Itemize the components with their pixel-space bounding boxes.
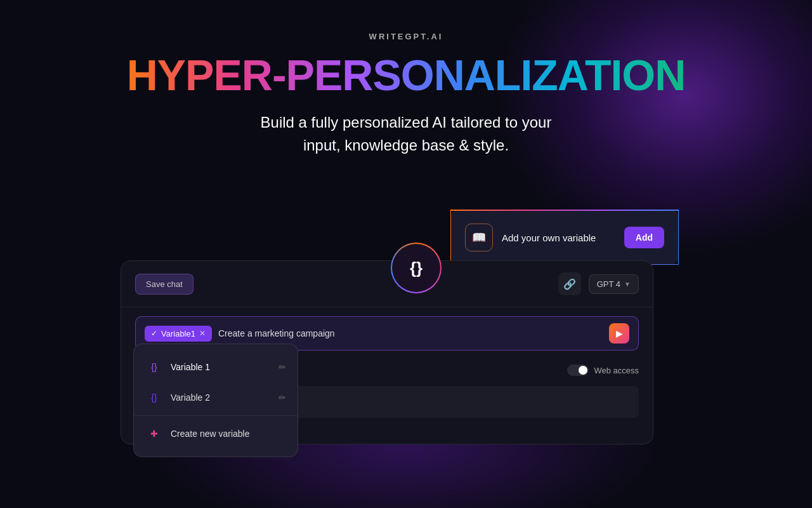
web-access-toggle: Web access xyxy=(567,364,639,376)
header-right: 🔗 GPT 4 ▼ xyxy=(558,272,639,295)
chat-input-text[interactable]: Create a marketing campaign xyxy=(218,328,603,338)
gpt-selector[interactable]: GPT 4 ▼ xyxy=(589,274,639,294)
book-icon: 📖 xyxy=(465,224,493,251)
variable-dropdown: {} Variable 1 ✏ {} Variable 2 ✏ ✚ Create… xyxy=(133,344,298,457)
chevron-down-icon: ▼ xyxy=(624,281,631,288)
web-access-label: Web access xyxy=(594,366,639,375)
save-chat-button[interactable]: Save chat xyxy=(135,274,193,295)
dropdown-divider xyxy=(134,415,298,416)
check-icon: ✓ xyxy=(151,329,157,338)
add-variable-button[interactable]: Add xyxy=(624,227,664,248)
toggle-thumb xyxy=(579,366,587,375)
web-access-toggle-track[interactable] xyxy=(567,364,589,376)
chip-close-icon[interactable]: ✕ xyxy=(199,329,206,338)
add-variable-card: 📖 Add your own variable Add xyxy=(450,210,679,265)
add-variable-text: Add your own variable xyxy=(502,232,615,243)
send-button[interactable]: ▶ xyxy=(609,323,629,344)
page-container: WRITEGPT.AI HYPER-PERSONALIZATION Build … xyxy=(0,0,812,508)
variable-1-icon: {} xyxy=(145,358,163,376)
variable-chip: ✓ Variable1 ✕ xyxy=(145,326,212,342)
variable-1-edit-icon[interactable]: ✏ xyxy=(278,362,286,372)
variable-2-icon: {} xyxy=(145,389,163,406)
hero-subtitle: Build a fully personalized AI tailored t… xyxy=(261,111,552,157)
create-variable-item[interactable]: ✚ Create new variable xyxy=(134,418,298,449)
braces-icon-container: {} xyxy=(391,243,442,293)
create-variable-icon: ✚ xyxy=(145,425,163,443)
variable-2-label: Variable 2 xyxy=(171,392,271,403)
variable-2-edit-icon[interactable]: ✏ xyxy=(278,392,286,403)
variable-item-1[interactable]: {} Variable 1 ✏ xyxy=(134,352,298,382)
hero-title: HYPER-PERSONALIZATION xyxy=(127,50,686,100)
braces-circle: {} xyxy=(391,243,442,293)
create-variable-label: Create new variable xyxy=(171,429,286,439)
variable-chip-label: Variable1 xyxy=(161,329,195,338)
braces-symbol: {} xyxy=(410,258,422,278)
site-name: WRITEGPT.AI xyxy=(369,32,443,41)
ui-showcase: 📖 Add your own variable Add Save chat 🔗 … xyxy=(121,210,691,476)
variable-item-2[interactable]: {} Variable 2 ✏ xyxy=(134,382,298,413)
chat-card-header: Save chat 🔗 GPT 4 ▼ xyxy=(121,261,653,307)
variable-1-label: Variable 1 xyxy=(171,362,271,372)
attachment-icon[interactable]: 🔗 xyxy=(558,272,581,295)
